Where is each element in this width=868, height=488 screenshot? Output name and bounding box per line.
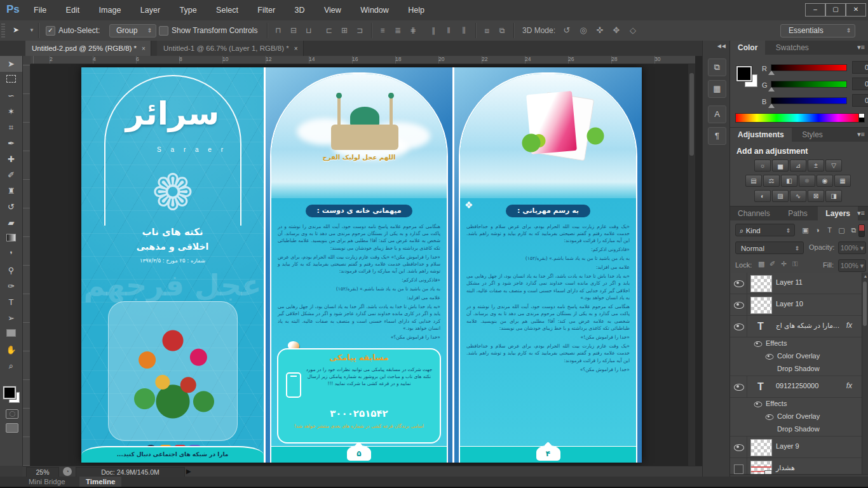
vibrance-icon[interactable]: ▽ [825, 159, 842, 172]
3d-rotate-icon[interactable]: ↺ [560, 25, 573, 36]
type-tool[interactable]: T [0, 294, 22, 310]
distribute-vcenter-icon[interactable]: ≣ [391, 25, 404, 36]
rectangle-tool[interactable] [0, 326, 22, 342]
workspace-dropdown[interactable]: Essentials⇕ [780, 24, 855, 37]
hue-saturation-icon[interactable]: ▤ [745, 175, 762, 187]
3d-slide-icon[interactable]: ✥ [610, 25, 623, 36]
visibility-eye-icon[interactable] [734, 302, 744, 309]
doc-tab-untitled2[interactable]: Untitled-2.psd @ 25% (RGB/8) *× [25, 41, 151, 56]
color-overlay-row[interactable]: Color Overlay [730, 410, 862, 423]
red-value-field[interactable]: 0 [852, 61, 868, 74]
visibility-eye-icon[interactable] [766, 354, 774, 360]
zoom-tool[interactable]: ⌕ [0, 358, 22, 374]
invert-icon[interactable]: ◐ [754, 190, 771, 202]
layer-name[interactable]: هشدار [776, 464, 795, 472]
foreground-background-swatches[interactable] [736, 66, 758, 88]
layer-row[interactable]: Layer 9 [730, 437, 862, 458]
show-transform-checkbox[interactable] [159, 26, 168, 36]
3d-zoom-icon[interactable]: ◇ [627, 25, 639, 36]
crop-tool[interactable]: ⌗ [0, 119, 22, 135]
lock-transparency-icon[interactable]: ▩ [758, 260, 764, 268]
tab-adjustments[interactable]: Adjustments [730, 128, 792, 142]
gradient-map-icon[interactable]: ⊠ [808, 190, 824, 202]
opacity-field[interactable]: 100% ▾ [838, 241, 866, 254]
align-vertical-centers-icon[interactable]: ⊟ [287, 25, 300, 36]
photo-filter-icon[interactable]: ⌾ [799, 175, 815, 187]
color-spectrum-ramp[interactable] [735, 113, 860, 123]
auto-select-checkbox[interactable]: ✓ [46, 26, 55, 36]
distribute-left-icon[interactable]: ∥ [427, 25, 440, 36]
layer-thumbnail[interactable] [750, 439, 772, 456]
panel-menu-icon[interactable]: ▾≡ [857, 130, 865, 139]
red-slider-thumb[interactable] [768, 71, 775, 75]
align-top-edges-icon[interactable]: ⊓ [272, 25, 285, 36]
panel-menu-icon[interactable]: ▾≡ [857, 43, 865, 51]
menu-filter[interactable]: Filter [249, 0, 283, 20]
move-tool[interactable]: ➤ [0, 56, 22, 72]
close-tab-icon[interactable]: × [294, 45, 298, 52]
lock-all-icon[interactable]: ⚿ [792, 260, 797, 268]
visibility-eye-icon[interactable] [734, 280, 744, 287]
layer-fx-icon[interactable]: fx [846, 381, 852, 390]
tab-swatches[interactable]: Swatches [768, 41, 817, 55]
blend-mode-dropdown[interactable]: Normal⇕ [735, 241, 804, 254]
document-untitled2[interactable]: سرائر S a r a e r ❁ نکته های ناب اخلاقی … [81, 67, 642, 463]
filter-pixel-layers-icon[interactable]: ▣ [800, 225, 811, 236]
exposure-icon[interactable]: ± [808, 159, 824, 172]
text-layer-row[interactable]: T ...مارا در شبکه های اج fx [730, 316, 862, 337]
filter-smart-objects-icon[interactable]: ⧉ [848, 225, 859, 236]
lock-position-icon[interactable]: ✛ [781, 260, 787, 268]
character-panel-icon[interactable]: A [708, 105, 726, 123]
visibility-eye-icon[interactable] [734, 384, 744, 391]
layer-name[interactable]: Layer 11 [776, 278, 803, 286]
panel-menu-icon[interactable]: ▾≡ [857, 209, 865, 217]
layer-filter-toggle[interactable] [858, 224, 865, 237]
effects-row[interactable]: Effects [730, 337, 862, 350]
eraser-tool[interactable]: ▰ [0, 215, 22, 231]
channel-mixer-icon[interactable]: ◉ [817, 175, 833, 187]
brush-tool[interactable]: ✐ [0, 167, 22, 183]
rectangular-marquee-tool[interactable] [0, 72, 22, 88]
tab-channels[interactable]: Channels [730, 207, 778, 220]
quick-selection-tool[interactable]: ✶ [0, 104, 22, 119]
layer-name[interactable]: ...مارا در شبکه های اج [776, 322, 839, 329]
menu-window[interactable]: Window [352, 0, 397, 20]
info-panel-icon[interactable]: ▦ [708, 80, 726, 98]
text-layer-row[interactable]: T 09121250000 fx [730, 376, 862, 398]
document-size-readout[interactable]: Doc: 24.9M/145.0M [76, 467, 185, 477]
scrollbar-thumb[interactable] [863, 281, 867, 326]
menu-3d[interactable]: 3D [287, 0, 313, 20]
menu-select[interactable]: Select [208, 0, 247, 20]
align-right-edges-icon[interactable]: ⊐ [353, 25, 366, 36]
paragraph-panel-icon[interactable]: ¶ [708, 127, 726, 145]
layer-name[interactable]: Layer 9 [776, 442, 799, 450]
align-horizontal-centers-icon[interactable]: ⊞ [338, 25, 351, 36]
drop-shadow-row[interactable]: Drop Shadow [730, 423, 862, 437]
blur-tool[interactable]: ❜ [0, 247, 22, 262]
layer-thumbnail[interactable] [750, 275, 772, 292]
tab-styles[interactable]: Styles [794, 128, 831, 142]
filter-shape-layers-icon[interactable]: ▢ [836, 225, 847, 236]
menu-layer[interactable]: Layer [132, 0, 168, 20]
tab-layers[interactable]: Layers [818, 207, 858, 220]
layer-row[interactable]: Layer 11 [730, 273, 862, 294]
distribute-right-icon[interactable]: ⫼ [458, 25, 470, 36]
smart-object-thumbnail[interactable] [750, 461, 772, 475]
posterize-icon[interactable]: ▨ [772, 190, 789, 202]
history-brush-tool[interactable]: ↺ [0, 199, 22, 215]
color-balance-icon[interactable]: ⚖ [763, 175, 780, 187]
effects-row[interactable]: Effects [730, 398, 862, 410]
lasso-tool[interactable]: ∽ [0, 88, 22, 104]
layer-thumbnail[interactable] [750, 297, 772, 314]
blue-slider-thumb[interactable] [768, 104, 775, 108]
minimize-button[interactable]: – [805, 3, 825, 17]
foreground-color-swatch[interactable] [736, 66, 752, 81]
drop-shadow-row[interactable]: Drop Shadow [730, 363, 862, 376]
menu-type[interactable]: Type [172, 0, 205, 20]
maximize-button[interactable]: ▢ [825, 3, 846, 17]
auto-select-mode-dropdown[interactable]: Group⇕ [109, 24, 156, 37]
close-button[interactable]: ✕ [846, 3, 866, 17]
green-value-field[interactable]: 0 [852, 78, 868, 90]
blue-value-field[interactable]: 0 [852, 94, 868, 107]
blue-slider[interactable] [771, 97, 847, 104]
